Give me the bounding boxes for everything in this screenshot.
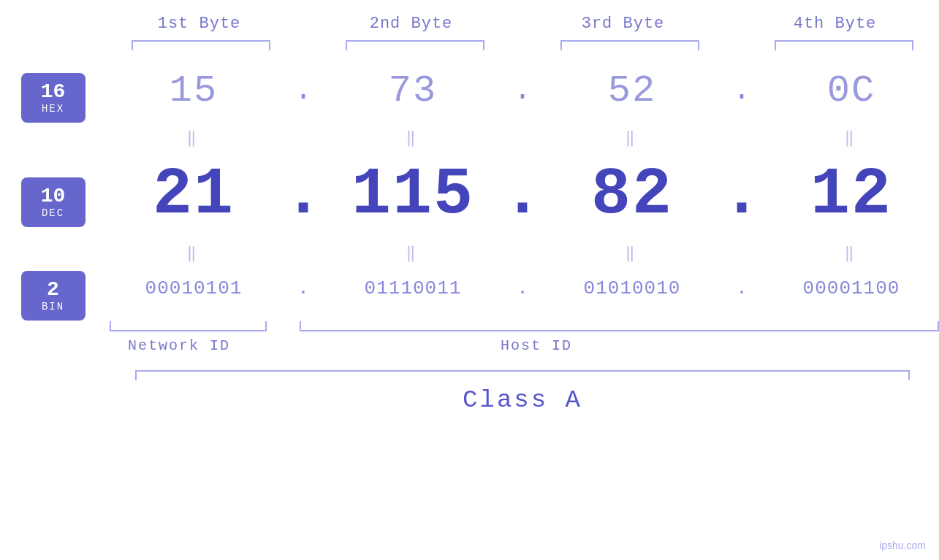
hex-val-2: 73 [332, 69, 493, 112]
hex-badge-number: 16 [41, 81, 66, 104]
bin-badge-number: 2 [47, 279, 59, 302]
hex-badge-wrapper: 16 HEX [21, 65, 85, 131]
eq1-1: ‖ [113, 128, 274, 147]
bracket-top-3 [560, 40, 699, 50]
eq2-1: ‖ [113, 243, 274, 263]
hex-badge: 16 HEX [21, 73, 85, 123]
dec-dot-1: . [285, 158, 322, 232]
bottom-brackets [106, 321, 939, 336]
bin-val-3: 01010010 [552, 277, 712, 299]
hex-badge-label: HEX [42, 103, 64, 115]
dec-val-1: 21 [113, 158, 274, 232]
byte3-header: 3rd Byte [543, 15, 704, 33]
bracket-host [300, 321, 939, 331]
bin-dot-2: . [504, 277, 541, 299]
eq1-2: ‖ [332, 128, 493, 147]
hex-dot-1: . [285, 74, 322, 107]
left-badges: 16 HEX 10 DEC 2 BIN [0, 58, 106, 318]
content-rows: 16 HEX 10 DEC 2 BIN [0, 58, 939, 318]
dec-badge-label: DEC [42, 207, 64, 219]
dec-val-3: 82 [552, 158, 712, 232]
bracket-top-1 [132, 40, 270, 50]
dec-badge: 10 DEC [21, 177, 85, 227]
hex-val-4: 0C [771, 69, 932, 112]
hex-val-1: 15 [113, 69, 274, 112]
byte1-header: 1st Byte [119, 15, 280, 33]
bin-val-4: 00001100 [771, 277, 932, 299]
dec-badge-wrapper: 10 DEC [21, 158, 85, 246]
main-container: 1st Byte 2nd Byte 3rd Byte 4th Byte 16 H… [0, 0, 939, 560]
dec-row: 21 . 115 . 82 . 12 [106, 151, 939, 239]
class-label: Class A [463, 386, 582, 414]
dec-val-4: 12 [771, 158, 932, 232]
bin-dot-3: . [723, 277, 760, 299]
bin-badge-label: BIN [42, 301, 64, 312]
class-section: Class A [106, 370, 939, 414]
dec-dot-2: . [504, 158, 541, 232]
id-labels: Network ID Host ID [106, 337, 939, 367]
dec-badge-number: 10 [41, 185, 66, 208]
bracket-top-2 [346, 40, 484, 50]
byte4-header: 4th Byte [755, 15, 916, 33]
bin-badge-wrapper: 2 BIN [21, 274, 85, 318]
bin-badge: 2 BIN [21, 271, 85, 321]
top-brackets [121, 40, 924, 50]
hex-val-3: 52 [552, 69, 712, 112]
bin-dot-1: . [285, 277, 322, 299]
eq2-2: ‖ [332, 243, 493, 263]
numbers-grid: 15 . 73 . 52 . 0C [106, 58, 939, 318]
hex-dot-3: . [723, 74, 760, 107]
bin-row: 00010101 . 01110011 . 01010010 . [106, 266, 939, 310]
class-bracket [135, 370, 910, 380]
network-id-label: Network ID [128, 337, 230, 354]
eq2-3: ‖ [552, 243, 712, 263]
eq1-3: ‖ [552, 128, 712, 147]
watermark: ipshu.com [879, 540, 926, 551]
hex-row: 15 . 73 . 52 . 0C [106, 58, 939, 123]
byte2-header: 2nd Byte [331, 15, 492, 33]
dec-val-2: 115 [332, 158, 493, 232]
hex-dot-2: . [504, 74, 541, 107]
equals-row-2: ‖ ‖ ‖ ‖ [106, 239, 939, 266]
dec-dot-3: . [723, 158, 760, 232]
eq2-4: ‖ [771, 243, 932, 263]
bracket-top-4 [775, 40, 913, 50]
host-id-label: Host ID [501, 337, 572, 354]
byte-headers: 1st Byte 2nd Byte 3rd Byte 4th Byte [115, 15, 919, 33]
bin-val-2: 01110011 [332, 277, 493, 299]
bottom-section: Network ID Host ID Class A [106, 321, 939, 414]
bin-val-1: 00010101 [113, 277, 274, 299]
eq1-4: ‖ [771, 128, 932, 147]
bracket-network [110, 321, 267, 331]
equals-row-1: ‖ ‖ ‖ ‖ [106, 123, 939, 151]
